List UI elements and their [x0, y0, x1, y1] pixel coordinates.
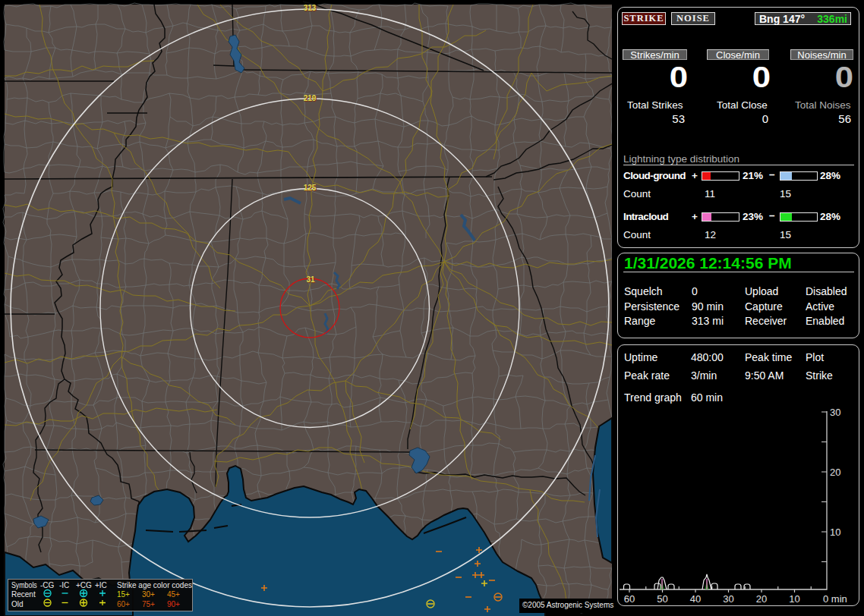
svg-text:313: 313	[304, 4, 317, 12]
svg-text:31: 31	[306, 275, 315, 284]
svg-text:219: 219	[304, 94, 317, 102]
svg-text:50: 50	[657, 593, 667, 605]
svg-text:10: 10	[789, 593, 799, 605]
svg-text:20: 20	[830, 467, 840, 478]
svg-text:30: 30	[723, 593, 733, 605]
svg-text:60: 60	[624, 593, 635, 605]
svg-text:40: 40	[690, 593, 701, 605]
svg-text:125: 125	[304, 184, 317, 192]
svg-text:20: 20	[756, 593, 767, 605]
svg-text:30: 30	[830, 407, 840, 418]
svg-text:10: 10	[830, 526, 840, 538]
svg-text:0 min: 0 min	[823, 593, 847, 605]
